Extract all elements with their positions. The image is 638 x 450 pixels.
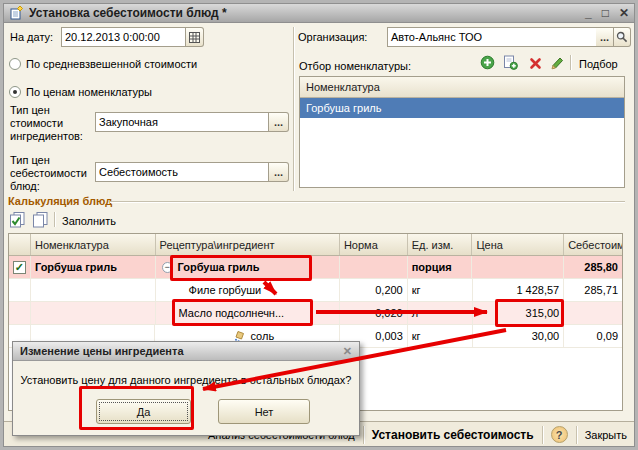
no-button[interactable]: Нет: [218, 399, 310, 424]
dialog-title: Изменение цены ингредиента: [20, 345, 184, 357]
close-button[interactable]: Закрыть: [585, 429, 627, 441]
cell-unit: кг: [408, 325, 473, 347]
column-unit[interactable]: Ед. изм.: [408, 234, 473, 255]
page-plus-icon: [503, 55, 518, 70]
delete-button[interactable]: [527, 55, 544, 72]
cell-price: 315,00: [473, 302, 565, 324]
panel-divider: [293, 27, 295, 191]
column-recipe[interactable]: Рецептура\ингредиент: [156, 234, 340, 255]
close-icon[interactable]: ✕: [619, 6, 629, 20]
cell-cost: 285,71: [564, 279, 622, 301]
dialog-close-icon[interactable]: ✕: [343, 345, 352, 358]
selection-label: Отбор номенклатуры:: [299, 60, 411, 72]
column-norm[interactable]: Норма: [340, 234, 408, 255]
calendar-icon: [189, 32, 200, 43]
cell-recipe: Масло подсолнечн...: [156, 302, 340, 324]
cell-norm: 0,200: [340, 279, 408, 301]
edit-button[interactable]: [549, 54, 566, 71]
cell-recipe: Филе горбуши: [156, 279, 340, 301]
radio-weighted-cost[interactable]: [9, 58, 21, 70]
table-header-row: Номенклатура Рецептура\ингредиент Норма …: [9, 234, 622, 256]
plus-circle-icon: [480, 55, 495, 70]
cell-nomenclature: [31, 302, 156, 324]
column-cost[interactable]: Себестоим...: [564, 234, 622, 255]
organization-lookup-button[interactable]: [614, 27, 631, 47]
table-row[interactable]: Филе горбуши 0,200 кг 1 428,57 285,71: [9, 279, 622, 302]
table-row[interactable]: ✓ Горбуша гриль − Горбуша гриль порция 2…: [9, 256, 622, 279]
cell-cost: 0,09: [564, 325, 622, 347]
yes-button[interactable]: Да: [96, 399, 191, 424]
cell-unit: порция: [408, 256, 473, 278]
toolbar-divider: [54, 212, 56, 227]
column-nomenclature[interactable]: Номенклатура: [31, 234, 156, 255]
app-window: Установка себестоимости блюд * _ □ ✕ На …: [0, 0, 638, 450]
list-item[interactable]: Горбуша гриль: [300, 98, 624, 118]
dialog-message: Установить цену для данного ингредиента …: [19, 374, 353, 386]
maximize-icon[interactable]: □: [602, 6, 609, 20]
cell-cost: 285,80: [564, 256, 622, 278]
footer-divider: [542, 426, 543, 444]
help-icon[interactable]: ?: [551, 426, 568, 443]
uncheck-all-button[interactable]: [32, 211, 49, 228]
radio-weighted-cost-label: По средневзвешенной стоимости: [26, 58, 197, 70]
column-price[interactable]: Цена: [472, 234, 564, 255]
calendar-button[interactable]: [186, 27, 204, 47]
ingredient-price-type-input[interactable]: Закупочная: [95, 112, 269, 132]
pick-button[interactable]: Подбор: [579, 58, 618, 70]
price-change-dialog: Изменение цены ингредиента ✕ Установить …: [12, 341, 360, 436]
minimize-icon[interactable]: _: [585, 6, 592, 20]
date-label: На дату:: [10, 31, 53, 43]
nomenclature-list-header[interactable]: Номенклатура: [300, 77, 624, 98]
organization-input[interactable]: Авто-Альянс ТОО: [387, 27, 597, 47]
add-group-button[interactable]: [502, 54, 519, 71]
footer-divider: [576, 426, 577, 444]
table-row[interactable]: Масло подсолнечн... 0,020 л 315,00: [9, 302, 622, 325]
nomenclature-list: Номенклатура Горбуша гриль: [299, 76, 625, 188]
cell-recipe: Горбуша гриль: [178, 261, 260, 273]
fill-button[interactable]: Заполнить: [62, 215, 116, 227]
window-icon: [9, 6, 23, 20]
radio-nomenclature-prices-label: По ценам номенклатуры: [26, 86, 152, 98]
cell-norm: [340, 256, 408, 278]
cell-nomenclature: Горбуша гриль: [31, 256, 156, 278]
title-bar[interactable]: Установка себестоимости блюд * _ □ ✕: [3, 3, 635, 23]
organization-ellipsis-button[interactable]: ...: [596, 27, 614, 47]
calc-group-title: Калькуляция блюд: [8, 195, 112, 207]
ingredient-price-type-ellipsis-button[interactable]: ...: [269, 112, 289, 132]
cell-unit: кг: [408, 279, 473, 301]
pencil-icon: [550, 55, 565, 70]
check-all-button[interactable]: [9, 211, 26, 228]
dialog-title-bar[interactable]: Изменение цены ингредиента ✕: [13, 342, 359, 361]
date-input[interactable]: 20.12.2013 0:00:00: [61, 27, 186, 47]
cell-price: [472, 256, 564, 278]
red-x-icon: [529, 57, 542, 70]
cell-cost: [564, 302, 622, 324]
row-checkbox[interactable]: ✓: [13, 261, 26, 274]
group-line: [110, 201, 625, 203]
ingredient-price-type-label: Тип цен стоимости ингредиентов:: [10, 104, 94, 143]
cell-norm: 0,020: [340, 302, 408, 324]
footer-divider: [363, 426, 364, 444]
window-title: Установка себестоимости блюд *: [29, 6, 585, 20]
magnifier-icon: [616, 31, 628, 43]
radio-nomenclature-prices[interactable]: [9, 86, 21, 98]
add-button[interactable]: [479, 54, 496, 71]
organization-label: Организация:: [298, 31, 367, 43]
dish-cost-type-ellipsis-button[interactable]: ...: [269, 162, 289, 182]
cell-unit: л: [408, 302, 473, 324]
cell-price: 30,00: [473, 325, 565, 347]
collapse-icon[interactable]: −: [162, 262, 173, 273]
column-select[interactable]: [9, 234, 31, 255]
set-cost-button[interactable]: Установить себестоимость: [372, 428, 534, 442]
cell-nomenclature: [31, 279, 156, 301]
toolbar-divider: [570, 55, 572, 70]
pages-icon: [32, 211, 49, 228]
check-pages-icon: [9, 211, 26, 228]
cell-price: 1 428,57: [473, 279, 565, 301]
dish-cost-type-label: Тип цен себестоимости блюд:: [10, 154, 94, 193]
dish-cost-type-input[interactable]: Себестоимость: [95, 162, 269, 182]
